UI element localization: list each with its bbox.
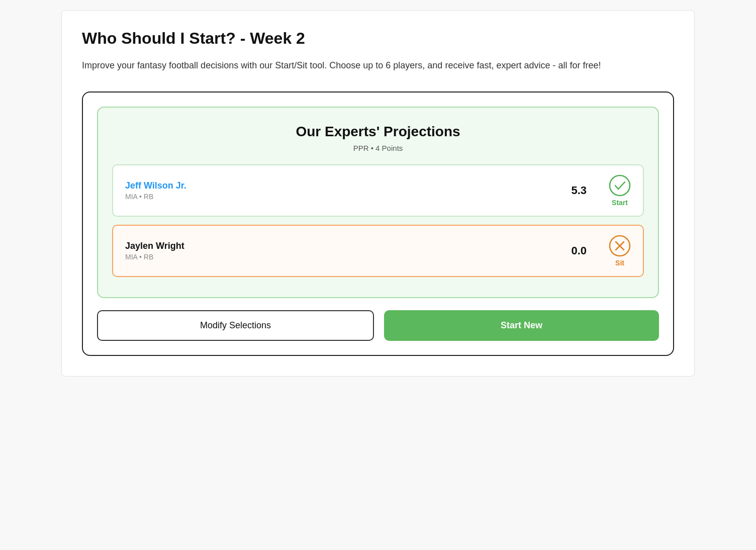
- player-meta-start: MIA • RB: [125, 193, 186, 201]
- buttons-row: Modify Selections Start New: [97, 310, 659, 341]
- svg-point-0: [610, 175, 630, 196]
- player-info-start: Jeff Wilson Jr. MIA • RB: [125, 180, 186, 201]
- start-new-button[interactable]: Start New: [384, 310, 659, 341]
- player-score-sit: 0.0: [571, 244, 587, 257]
- player-card-sit: Jaylen Wright MIA • RB 0.0 Sit: [112, 225, 644, 277]
- player-name-start: Jeff Wilson Jr.: [125, 180, 186, 191]
- tool-container: Our Experts' Projections PPR • 4 Points …: [82, 91, 674, 356]
- projections-title: Our Experts' Projections: [112, 124, 644, 140]
- player-info-sit: Jaylen Wright MIA • RB: [125, 241, 184, 261]
- modify-selections-button[interactable]: Modify Selections: [97, 310, 374, 341]
- score-recommendation-start: 5.3 Start: [571, 174, 631, 207]
- player-recommendation-sit: Sit: [609, 235, 631, 267]
- start-label: Start: [612, 199, 628, 207]
- page-description: Improve your fantasy football decisions …: [82, 58, 674, 73]
- player-score-start: 5.3: [571, 184, 587, 197]
- player-card-start: Jeff Wilson Jr. MIA • RB 5.3 Start: [112, 164, 644, 217]
- player-meta-sit: MIA • RB: [125, 253, 184, 261]
- player-name-sit: Jaylen Wright: [125, 241, 184, 251]
- start-icon: [609, 174, 631, 197]
- sit-icon: [609, 235, 631, 257]
- page-title: Who Should I Start? - Week 2: [82, 29, 674, 48]
- sit-label: Sit: [615, 259, 624, 267]
- player-recommendation-start: Start: [609, 174, 631, 207]
- projections-subtitle: PPR • 4 Points: [112, 144, 644, 152]
- score-recommendation-sit: 0.0 Sit: [571, 235, 631, 267]
- page-container: Who Should I Start? - Week 2 Improve you…: [61, 10, 695, 377]
- projections-card: Our Experts' Projections PPR • 4 Points …: [97, 107, 659, 298]
